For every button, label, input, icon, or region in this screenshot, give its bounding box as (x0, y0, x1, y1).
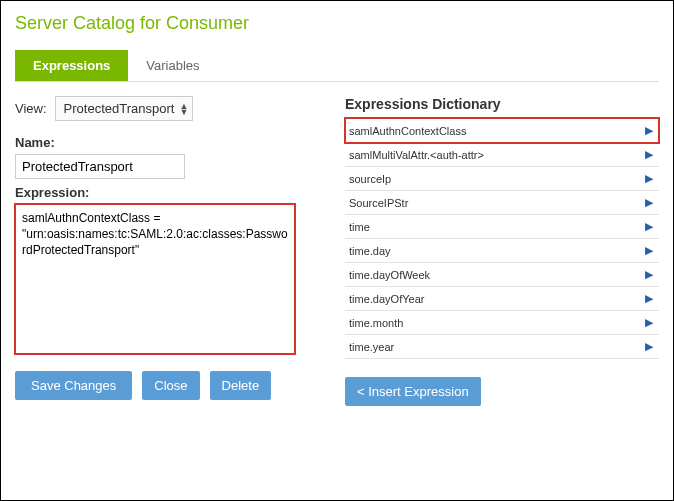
chevron-right-icon: ▶ (645, 340, 653, 353)
dict-item-time-day[interactable]: time.day ▶ (345, 239, 659, 263)
view-select[interactable]: ProtectedTransport ▲▼ (55, 96, 194, 121)
dictionary-list: samlAuthnContextClass ▶ samlMultiValAttr… (345, 118, 659, 359)
view-select-value: ProtectedTransport (64, 101, 175, 116)
dict-item-label: sourceIp (349, 173, 391, 185)
dict-item-label: time (349, 221, 370, 233)
close-button[interactable]: Close (142, 371, 199, 400)
dict-item-samlmultivalattr[interactable]: samlMultiValAttr.<auth-attr> ▶ (345, 143, 659, 167)
save-button[interactable]: Save Changes (15, 371, 132, 400)
chevron-right-icon: ▶ (645, 292, 653, 305)
tab-expressions[interactable]: Expressions (15, 50, 128, 81)
chevron-right-icon: ▶ (645, 316, 653, 329)
chevron-right-icon: ▶ (645, 268, 653, 281)
dict-item-samlauthncontextclass[interactable]: samlAuthnContextClass ▶ (345, 118, 659, 143)
name-input[interactable] (15, 154, 185, 179)
tab-bar: Expressions Variables (15, 50, 659, 82)
dict-item-time-dayofyear[interactable]: time.dayOfYear ▶ (345, 287, 659, 311)
dict-item-sourceipstr[interactable]: SourceIPStr ▶ (345, 191, 659, 215)
dict-item-time-month[interactable]: time.month ▶ (345, 311, 659, 335)
dict-item-label: samlAuthnContextClass (349, 125, 466, 137)
dict-item-time-year[interactable]: time.year ▶ (345, 335, 659, 359)
name-label: Name: (15, 135, 315, 150)
chevron-right-icon: ▶ (645, 148, 653, 161)
dictionary-title: Expressions Dictionary (345, 96, 659, 112)
insert-expression-button[interactable]: < Insert Expression (345, 377, 481, 406)
expression-label: Expression: (15, 185, 315, 200)
dict-item-label: time.day (349, 245, 391, 257)
delete-button[interactable]: Delete (210, 371, 272, 400)
expression-textarea[interactable] (15, 204, 295, 354)
chevron-right-icon: ▶ (645, 220, 653, 233)
chevron-right-icon: ▶ (645, 244, 653, 257)
dict-item-label: time.month (349, 317, 403, 329)
dict-item-label: samlMultiValAttr.<auth-attr> (349, 149, 484, 161)
chevron-right-icon: ▶ (645, 124, 653, 137)
dict-item-label: time.dayOfYear (349, 293, 424, 305)
dict-item-time-dayofweek[interactable]: time.dayOfWeek ▶ (345, 263, 659, 287)
chevron-right-icon: ▶ (645, 196, 653, 209)
dict-item-time[interactable]: time ▶ (345, 215, 659, 239)
dict-item-label: time.year (349, 341, 394, 353)
view-label: View: (15, 101, 47, 116)
page-title: Server Catalog for Consumer (15, 13, 659, 34)
chevron-right-icon: ▶ (645, 172, 653, 185)
tab-variables[interactable]: Variables (128, 50, 217, 81)
dict-item-sourceip[interactable]: sourceIp ▶ (345, 167, 659, 191)
dict-item-label: SourceIPStr (349, 197, 408, 209)
select-updown-icon: ▲▼ (179, 103, 188, 115)
dict-item-label: time.dayOfWeek (349, 269, 430, 281)
